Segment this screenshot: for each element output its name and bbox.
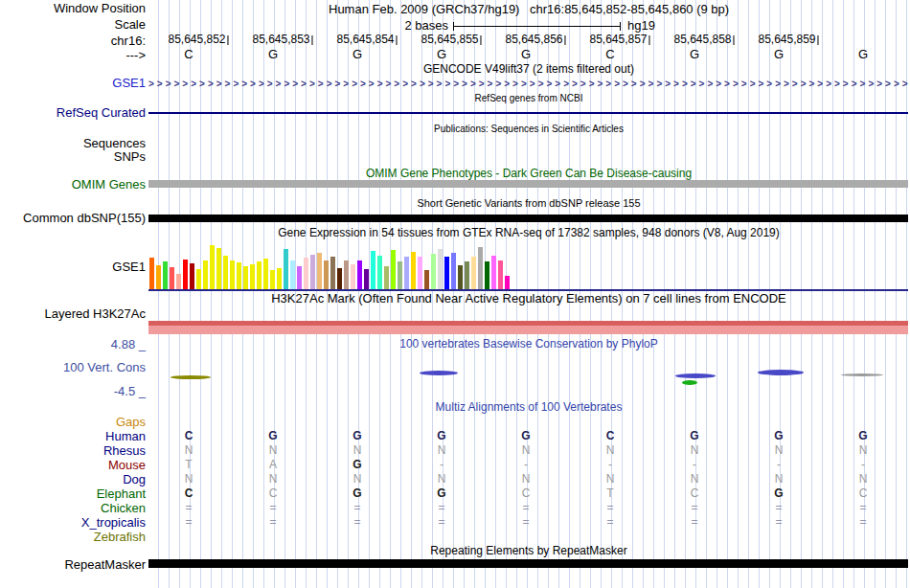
alignment-base: = — [859, 502, 866, 514]
alignment-base: C — [859, 487, 868, 500]
alignment-base: = — [859, 516, 866, 529]
alignment-base: = — [522, 502, 529, 514]
alignment-base: = — [353, 516, 360, 529]
track-label-repeatmasker[interactable]: RepeatMasker — [64, 558, 146, 571]
species-label-zebrafish[interactable]: Zebrafish — [94, 531, 146, 543]
alignment-base: N — [269, 444, 278, 457]
alignment-base: N — [269, 473, 278, 486]
alignment-base: = — [775, 516, 782, 529]
alignment-base: N — [775, 473, 784, 486]
alignment-base: - — [524, 459, 528, 471]
species-label-dog[interactable]: Dog — [123, 473, 146, 486]
alignment-base: G — [521, 430, 530, 442]
alignment-base: N — [606, 473, 615, 486]
alignment-base: = — [185, 516, 192, 529]
alignment-base: N — [185, 473, 193, 486]
alignment-base: C — [185, 430, 193, 442]
alignment-base: G — [690, 430, 698, 442]
alignment-base: N — [438, 444, 446, 457]
alignment-base: G — [353, 459, 361, 471]
species-label-x_tropicalis[interactable]: X_tropicalis — [81, 516, 146, 529]
repeatmasker-track-title[interactable]: Repeating Elements by RepeatMasker — [148, 545, 909, 556]
alignment-base: C — [606, 430, 615, 442]
species-label-rhesus[interactable]: Rhesus — [103, 444, 146, 457]
alignment-base: G — [437, 430, 445, 442]
alignment-base: - — [861, 459, 865, 471]
alignment-base: T — [185, 459, 192, 471]
alignment-base: = — [522, 516, 529, 529]
alignment-base: = — [606, 516, 613, 529]
alignment-base: - — [440, 459, 444, 471]
alignment-base: C — [522, 487, 531, 500]
alignment-base: N — [353, 473, 362, 486]
alignment-base: = — [353, 502, 360, 514]
species-label-mouse[interactable]: Mouse — [108, 459, 146, 471]
species-label-human[interactable]: Human — [105, 430, 146, 442]
species-label-elephant[interactable]: Elephant — [97, 487, 146, 500]
alignment-base: N — [859, 444, 868, 457]
alignment-base: G — [774, 487, 783, 500]
alignment-base: N — [185, 444, 193, 457]
alignment-base: G — [437, 487, 445, 500]
alignment-base: = — [775, 502, 782, 514]
ucsc-genome-browser: Window Position Human Feb. 2009 (GRCh37/… — [0, 0, 910, 588]
alignment-base: = — [606, 502, 613, 514]
alignment-base: N — [353, 444, 362, 457]
alignment-base: G — [353, 430, 361, 442]
repeatmasker-item[interactable] — [148, 559, 908, 568]
alignment-base: N — [691, 444, 699, 457]
alignment-base: G — [268, 430, 277, 442]
alignment-base: - — [777, 459, 781, 471]
alignment-base: = — [691, 516, 697, 529]
alignment-base: N — [775, 444, 784, 457]
alignment-base: = — [691, 502, 697, 514]
alignment-base: N — [522, 473, 531, 486]
alignment-base: = — [269, 502, 276, 514]
alignment-base: = — [438, 516, 444, 529]
alignment-base: G — [353, 487, 361, 500]
alignment-base: C — [185, 487, 193, 500]
alignment-base: - — [693, 459, 696, 471]
alignment-base: C — [269, 487, 278, 500]
alignment-base: = — [438, 502, 444, 514]
alignment-base: - — [608, 459, 612, 471]
alignment-base: N — [606, 444, 615, 457]
alignment-base: N — [691, 473, 699, 486]
multiz-track: GapsHumanCGGGGCGGGRhesusNNNNNNNNNMouseTA… — [0, 0, 910, 588]
alignment-base: = — [185, 502, 192, 514]
alignment-base: A — [269, 459, 277, 471]
alignment-base: N — [859, 473, 868, 486]
alignment-base: N — [438, 473, 446, 486]
alignment-base: = — [269, 516, 276, 529]
alignment-base: N — [522, 444, 531, 457]
alignment-base: G — [858, 430, 867, 442]
alignment-base: G — [774, 430, 783, 442]
alignment-base: C — [691, 487, 699, 500]
species-label-chicken[interactable]: Chicken — [101, 502, 146, 514]
species-label-gaps[interactable]: Gaps — [116, 416, 146, 428]
alignment-base: T — [606, 487, 613, 500]
